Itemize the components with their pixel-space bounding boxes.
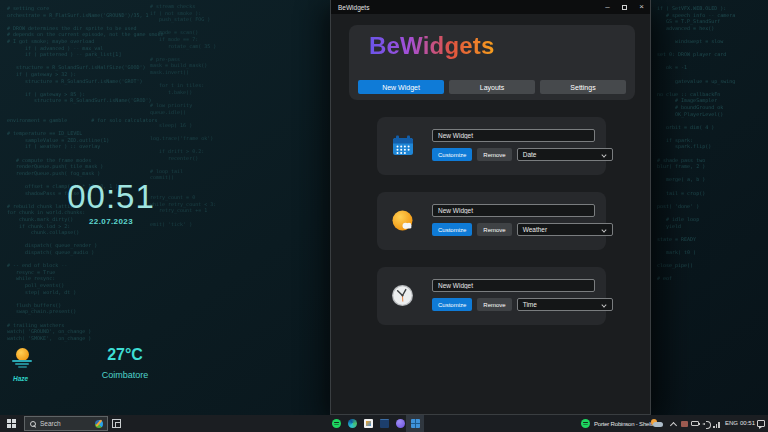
widget-type-value: Time bbox=[523, 301, 537, 308]
edge-icon[interactable] bbox=[348, 419, 357, 428]
tray-app-icon[interactable] bbox=[681, 421, 688, 427]
spotify-tray-icon bbox=[581, 419, 590, 428]
tab-settings[interactable]: Settings bbox=[540, 80, 626, 94]
bewidgets-icon bbox=[411, 419, 420, 428]
bewidgets-taskbar-button[interactable] bbox=[406, 415, 424, 432]
maximize-button[interactable] bbox=[616, 0, 633, 14]
customize-button[interactable]: Customize bbox=[432, 223, 472, 236]
widget-type-value: Date bbox=[523, 151, 537, 158]
hidden-icons-chevron[interactable] bbox=[670, 422, 677, 429]
widget-name-input[interactable] bbox=[432, 204, 595, 217]
app-logo: BeWidgets bbox=[369, 32, 495, 60]
clock-icon bbox=[391, 284, 415, 308]
widget-card-weather: Customize Remove Weather bbox=[377, 192, 606, 250]
window-titlebar[interactable]: BeWidgets – × bbox=[331, 0, 650, 14]
widget-type-select[interactable]: Date bbox=[517, 148, 613, 161]
customize-button[interactable]: Customize bbox=[432, 148, 472, 161]
action-center-icon[interactable] bbox=[757, 420, 765, 427]
tab-bar: New Widget Layouts Settings bbox=[358, 80, 626, 94]
task-view-button[interactable] bbox=[112, 419, 121, 428]
now-playing-label: Porter Robinson - Shelter bbox=[594, 421, 657, 427]
customize-button[interactable]: Customize bbox=[432, 298, 472, 311]
search-icon bbox=[30, 421, 36, 427]
chevron-down-icon bbox=[601, 227, 606, 232]
windows-logo-icon bbox=[7, 419, 16, 428]
search-input[interactable] bbox=[40, 420, 95, 427]
language-indicator[interactable]: ENG bbox=[725, 420, 738, 426]
desktop: # setting core orchestrate = R_FlatSurf.… bbox=[0, 0, 768, 432]
widget-type-value: Weather bbox=[523, 226, 547, 233]
widget-card-date: Customize Remove Date bbox=[377, 117, 606, 175]
chevron-down-icon bbox=[601, 152, 606, 157]
remove-button[interactable]: Remove bbox=[477, 148, 511, 161]
taskbar-clock[interactable]: 00:51 bbox=[740, 420, 755, 426]
window-title: BeWidgets bbox=[331, 4, 599, 11]
clock-time: 00:51 bbox=[55, 180, 167, 214]
purple-app-icon[interactable] bbox=[396, 419, 405, 428]
photos-icon[interactable] bbox=[364, 419, 373, 428]
taskbar-weather-icon[interactable] bbox=[651, 419, 663, 428]
weather-condition: Haze bbox=[13, 375, 28, 382]
remove-button[interactable]: Remove bbox=[477, 298, 511, 311]
maximize-icon bbox=[622, 5, 627, 10]
wallpaper-code: # setting core orchestrate = R_FlatSurf.… bbox=[7, 5, 164, 341]
weather-city: Coimbatore bbox=[92, 370, 158, 380]
volume-icon[interactable] bbox=[702, 421, 710, 427]
widget-type-select[interactable]: Weather bbox=[517, 223, 613, 236]
clock-date: 22.07.2023 bbox=[55, 217, 167, 226]
mail-icon[interactable] bbox=[380, 419, 389, 428]
network-icon[interactable] bbox=[713, 421, 721, 428]
spotify-icon[interactable] bbox=[332, 419, 341, 428]
desktop-clock-widget: 00:51 22.07.2023 bbox=[55, 180, 167, 226]
widget-name-input[interactable] bbox=[432, 279, 595, 292]
close-button[interactable]: × bbox=[633, 0, 650, 14]
calendar-icon bbox=[391, 134, 415, 158]
chevron-down-icon bbox=[601, 302, 606, 307]
widget-card-time: Customize Remove Time bbox=[377, 267, 606, 325]
taskbar: Porter Robinson - Shelter ENG 00:51 bbox=[0, 415, 768, 432]
widget-name-input[interactable] bbox=[432, 129, 595, 142]
desktop-weather-widget: Haze 27°C Coimbatore bbox=[8, 346, 168, 396]
widget-type-select[interactable]: Time bbox=[517, 298, 613, 311]
search-highlights-icon bbox=[95, 420, 103, 428]
remove-button[interactable]: Remove bbox=[477, 223, 511, 236]
tab-new-widget[interactable]: New Widget bbox=[358, 80, 444, 94]
header-panel: BeWidgets New Widget Layouts Settings bbox=[349, 25, 635, 100]
haze-sun-icon bbox=[12, 348, 34, 368]
wallpaper-code: if ( SetVFX.WEB.OLED ): # speech info --… bbox=[657, 5, 735, 282]
taskbar-search[interactable] bbox=[24, 416, 108, 431]
weather-temperature: 27°C bbox=[92, 346, 158, 364]
weather-icon bbox=[391, 209, 415, 233]
battery-icon[interactable] bbox=[691, 421, 699, 426]
start-button[interactable] bbox=[0, 415, 22, 432]
minimize-button[interactable]: – bbox=[599, 0, 616, 14]
bewidgets-window: BeWidgets – × BeWidgets New Widget Layou… bbox=[330, 0, 651, 415]
tab-layouts[interactable]: Layouts bbox=[449, 80, 535, 94]
now-playing[interactable]: Porter Robinson - Shelter bbox=[581, 415, 657, 432]
